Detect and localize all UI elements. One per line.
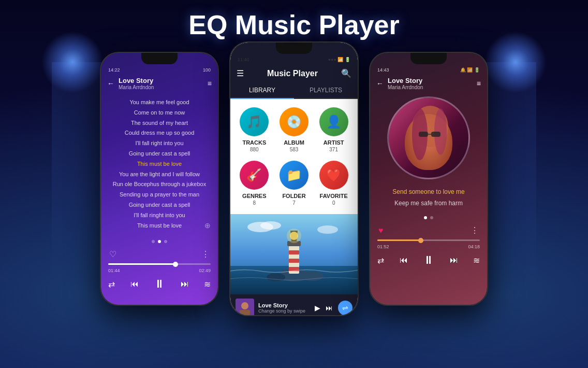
phone-nowplaying: 14:43 🔔 📶 🔋 ← Love Story Maria Arrdndon … — [369, 52, 488, 306]
lyric-line-6: Going under cast a spell — [109, 149, 210, 159]
artist-count: 371 — [329, 147, 338, 152]
phone1-header: ← Love Story Maria Arrdndon ≡ — [101, 75, 218, 92]
phone1-song-title: Love Story — [119, 77, 203, 84]
phones-container: 14:22 100 ← Love Story Maria Arrdndon ≡ … — [100, 52, 488, 316]
lyric-line-9: Run ole Bocephus through a jukebox — [109, 179, 210, 190]
lyric-line-5: I'll fall right into you — [109, 138, 210, 149]
svg-rect-18 — [240, 310, 250, 315]
album-art-circle — [387, 96, 470, 179]
phone3-header: ← Love Story Maria Arrdndon ≡ — [370, 75, 487, 92]
girl-silhouette — [389, 98, 468, 178]
progress-bar-fill — [108, 263, 175, 265]
phone1-artist: Maria Arrdndon — [119, 84, 203, 90]
next-button[interactable]: ⏭ — [181, 279, 189, 289]
phone3-next-button[interactable]: ⏭ — [450, 256, 458, 265]
phone3-artist: Maria Arrdndon — [388, 84, 473, 90]
back-button[interactable]: ← — [107, 79, 114, 88]
phone3-equalizer-button[interactable]: ≋ — [473, 256, 480, 265]
favorite-icon: ❤️ — [319, 161, 348, 190]
svg-rect-6 — [289, 250, 299, 254]
dot-2-active — [158, 240, 161, 243]
progress-thumb[interactable] — [173, 262, 178, 267]
prev-button[interactable]: ⏮ — [130, 279, 139, 289]
queue-icon[interactable]: ≡ — [208, 79, 212, 88]
folder-count: 7 — [292, 200, 296, 206]
library-item-tracks[interactable]: 🎵 TRACKS 880 — [239, 107, 270, 152]
phone3-progress-thumb[interactable] — [418, 238, 423, 243]
lighthouse-scene — [230, 214, 358, 294]
phone3-title-block: Love Story Maria Arrdndon — [388, 77, 473, 90]
menu-icon[interactable]: ☰ — [237, 68, 244, 78]
phone3-actions: ♥ ⋮ — [370, 223, 487, 237]
pause-button[interactable]: ⏸ — [154, 277, 165, 291]
album-icon: 💿 — [280, 107, 308, 136]
time-current: 01:44 — [108, 268, 120, 273]
phone-lyrics: 14:22 100 ← Love Story Maria Arrdndon ≡ … — [100, 52, 219, 306]
lyric-normal: Keep me safe from harm — [380, 198, 477, 209]
phone1-title-block: Love Story Maria Arrdndon — [119, 77, 203, 90]
album-art-landscape — [230, 214, 358, 294]
lyric-line-12: I'll fall ringht into you — [109, 210, 210, 221]
phone3-controls-row: ⇄ ⏮ ⏸ ⏭ ≋ — [370, 250, 487, 275]
library-item-genres[interactable]: 🎸 GENRES 8 — [239, 161, 270, 206]
page-title: EQ Music Player — [0, 9, 588, 40]
phone3-dot-2 — [430, 216, 433, 219]
np-next-button[interactable]: ⏭ — [326, 304, 333, 312]
svg-rect-7 — [289, 259, 299, 263]
progress-bar-container[interactable] — [101, 261, 218, 267]
lyric-active: Send someone to love me — [380, 187, 477, 198]
artist-icon: 👤 — [319, 107, 348, 136]
phone3-prev-button[interactable]: ⏮ — [400, 256, 408, 265]
svg-rect-23 — [431, 132, 440, 137]
time-total: 02:49 — [199, 268, 211, 273]
phone1-battery: 100 — [203, 67, 211, 73]
lyric-line-10: Sending up a prayer to the man — [109, 190, 210, 200]
phone3-time-total: 04:18 — [468, 244, 480, 249]
phone3-back-button[interactable]: ← — [376, 79, 384, 88]
more-options-icon[interactable]: ⋮ — [201, 249, 210, 259]
genres-icon: 🎸 — [240, 161, 269, 190]
np-thumbnail — [236, 299, 254, 315]
search-icon[interactable]: 🔍 — [341, 68, 351, 78]
library-item-favorite[interactable]: ❤️ FAVORITE 0 — [318, 161, 349, 206]
lyric-line-2: Come on to me now — [109, 108, 210, 118]
np-title: Love Story — [258, 302, 311, 308]
phone3-icons: 🔔 📶 🔋 — [460, 67, 480, 73]
svg-point-12 — [287, 229, 301, 243]
shuffle-button[interactable]: ⇌ — [338, 301, 352, 315]
favorite-label: FAVORITE — [320, 193, 348, 199]
folder-label: FOLDER — [282, 193, 305, 199]
phone1-actions: ♡ ⋮ — [101, 247, 218, 261]
phone3-more-icon[interactable]: ⋮ — [471, 225, 479, 235]
now-playing-bar: Love Story Change song by swipe ▶ ⏭ ⇌ — [230, 294, 358, 315]
tab-playlists[interactable]: PLAYLISTS — [294, 82, 358, 98]
phone3-time-current: 01:52 — [377, 244, 389, 249]
lyric-line-4: Could dress me up so good — [109, 128, 210, 138]
heart-icon[interactable]: ♡ — [109, 249, 116, 259]
library-item-folder[interactable]: 📁 FOLDER 7 — [278, 161, 310, 206]
phone3-progress-fill — [377, 239, 420, 241]
equalizer-button[interactable]: ≋ — [204, 279, 211, 289]
phone1-screen: 14:22 100 ← Love Story Maria Arrdndon ≡ … — [101, 53, 218, 305]
phone2-icons: ●●● 📶 🔋 — [328, 57, 350, 62]
lyric-line-1: You make me feel good — [109, 97, 210, 108]
tracks-icon: 🎵 — [240, 107, 269, 136]
phone-library: 11:40 ●●● 📶 🔋 ☰ Music Player 🔍 LIBRARY P… — [229, 41, 359, 316]
tracks-count: 880 — [250, 147, 259, 152]
phone3-queue-icon[interactable]: ≡ — [477, 79, 481, 88]
zoom-icon[interactable]: ⊕ — [204, 221, 211, 230]
phone3-heart-icon[interactable]: ♥ — [378, 226, 384, 235]
album-count: 583 — [290, 147, 299, 152]
library-item-artist[interactable]: 👤 ARTIST 371 — [318, 107, 349, 152]
library-item-album[interactable]: 💿 ALBUM 583 — [278, 107, 310, 152]
phone3-repeat-button[interactable]: ⇄ — [377, 256, 384, 265]
np-play-button[interactable]: ▶ — [315, 304, 320, 312]
phone3-progress-container[interactable] — [370, 237, 487, 243]
phone3-pause-button[interactable]: ⏸ — [423, 253, 434, 267]
genres-count: 8 — [253, 200, 256, 206]
dot-3 — [164, 240, 167, 243]
favorite-count: 0 — [332, 200, 335, 206]
repeat-button[interactable]: ⇄ — [108, 279, 115, 289]
tab-library[interactable]: LIBRARY — [230, 82, 294, 99]
tracks-label: TRACKS — [242, 139, 266, 146]
